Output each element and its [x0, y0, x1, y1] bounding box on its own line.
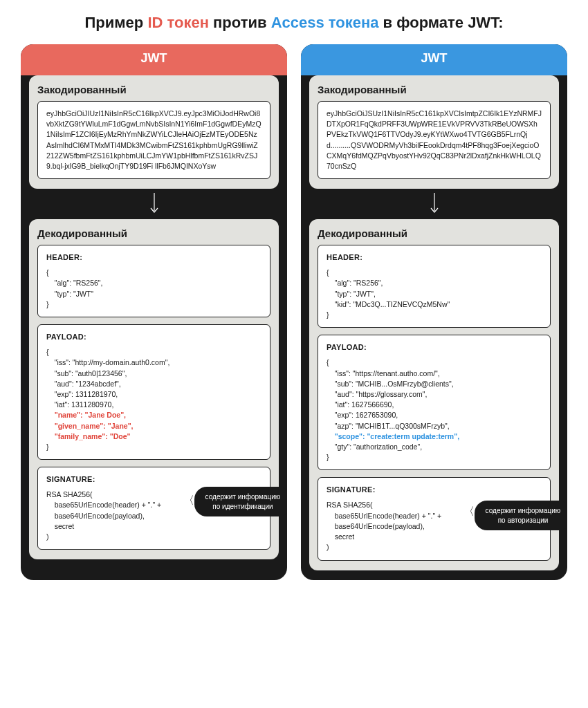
header-box: HEADER: { "alg": "RS256", "typ": "JWT" }	[37, 245, 270, 317]
encoded-token-text: eyJhbGciOiJIUzI1NiIsInR5cC16IkpXVCJ9.eyJ…	[46, 109, 261, 171]
header-label: HEADER:	[46, 252, 261, 263]
title-blue: Access токена	[271, 14, 379, 31]
column-header: JWT	[301, 44, 567, 75]
payload-highlight-given-name: "given_name": "Jane",	[46, 422, 134, 430]
callout-pointer-icon: 〈	[183, 494, 194, 508]
access-token-column: JWT Закодированный eyJhbGciOiJSUzI1NiIsI…	[301, 44, 567, 580]
column-header: JWT	[21, 44, 287, 75]
title-post: в формате JWT:	[379, 14, 504, 31]
encoded-token-box: eyJhbGciOiJIUzI1NiIsInR5cC16IkpXVCJ9.eyJ…	[37, 101, 270, 179]
payload-label: PAYLOAD:	[46, 332, 261, 343]
callout-pointer-icon: 〈	[463, 505, 475, 519]
payload-highlight-scope: "scope": "create:term update:term",	[327, 432, 459, 440]
encoded-title: Закодированный	[37, 84, 270, 95]
decoded-title: Декодированный	[37, 227, 270, 239]
header-box: HEADER: { "alg": "RS256", "typ": "JWT", …	[318, 245, 551, 328]
identification-callout: содержит информацию по идентификации	[194, 487, 287, 516]
arrow-down-icon	[21, 193, 287, 215]
payload-label: PAYLOAD:	[327, 342, 542, 353]
encoded-panel: Закодированный eyJhbGciOiJSUzI1NiIsInR5c…	[309, 75, 559, 189]
header-code: { "alg": "RS256", "typ": "JWT" }	[46, 268, 261, 310]
id-token-column: JWT Закодированный eyJhbGciOiJIUzI1NiIsI…	[21, 44, 287, 580]
payload-highlight-family-name: "family_name": "Doe"	[46, 432, 130, 440]
title-mid: против	[209, 14, 271, 31]
header-code: { "alg": "RS256", "typ": "JWT", "kid": "…	[327, 268, 542, 320]
encoded-token-box: eyJhbGciOiJSUzI1NiIsInR5cC161kpXVClsImtp…	[318, 101, 551, 179]
payload-box: PAYLOAD: { "iss": "https://tenant.autho.…	[318, 335, 551, 470]
encoded-title: Закодированный	[318, 84, 551, 95]
signature-label: SIGNATURE:	[327, 485, 542, 496]
header-label: HEADER:	[327, 252, 542, 263]
payload-highlight-name: "name": "Jane Doe",	[46, 411, 126, 419]
encoded-panel: Закодированный eyJhbGciOiJIUzI1NiIsInR5c…	[29, 75, 279, 189]
columns: JWT Закодированный eyJhbGciOiJIUzI1NiIsI…	[21, 44, 567, 580]
signature-label: SIGNATURE:	[46, 474, 261, 485]
payload-pre: { "iss": "https://tenant.autho.com/", "s…	[327, 358, 454, 429]
authorization-callout: содержит информацию по авторизации	[475, 501, 567, 530]
decoded-title: Декодированный	[318, 227, 551, 239]
payload-box: PAYLOAD: { "iss": "http://my-domain.auth…	[37, 324, 270, 460]
page-title: Пример ID токен против Access токена в ф…	[21, 14, 567, 32]
arrow-down-icon	[301, 193, 567, 215]
payload-code: { "iss": "http://my-domain.auth0.com", "…	[46, 347, 261, 452]
payload-post: }	[46, 442, 49, 451]
payload-code: { "iss": "https://tenant.autho.com/", "s…	[327, 357, 542, 463]
payload-pre: { "iss": "http://my-domain.auth0.com", "…	[46, 348, 169, 409]
title-pre: Пример	[85, 14, 148, 31]
title-red: ID токен	[147, 14, 209, 31]
encoded-token-text: eyJhbGciOiJSUzI1NiIsInR5cC161kpXVClsImtp…	[327, 109, 542, 171]
payload-post: "gty": "authorization_code", }	[327, 442, 422, 461]
